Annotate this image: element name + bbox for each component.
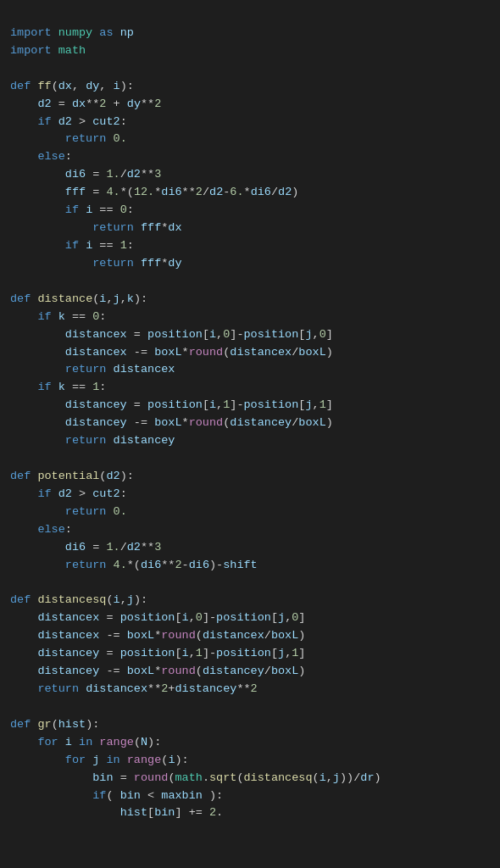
- line-1: import numpy as np import math def ff(dx…: [10, 26, 381, 820]
- code-editor[interactable]: import numpy as np import math def ff(dx…: [10, 7, 490, 822]
